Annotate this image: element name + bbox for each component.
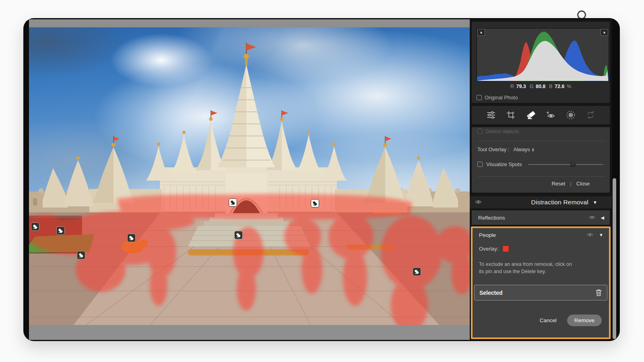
removal-pin[interactable] bbox=[31, 222, 39, 231]
people-label: People bbox=[479, 232, 496, 238]
highlight-clipping-indicator[interactable]: ▲ bbox=[601, 29, 608, 36]
selected-item-row[interactable]: Selected bbox=[474, 285, 607, 300]
removal-pin[interactable] bbox=[56, 226, 65, 235]
tool-strip bbox=[471, 105, 610, 125]
removal-overlay-regions[interactable] bbox=[29, 27, 470, 325]
eye-visibility-icon[interactable] bbox=[589, 215, 595, 221]
tool-overlay-label: Tool Overlay : bbox=[477, 146, 509, 152]
canvas-top-margin bbox=[29, 19, 470, 27]
divider bbox=[477, 141, 605, 141]
close-button[interactable]: Close bbox=[576, 181, 590, 187]
slider-track bbox=[528, 164, 603, 165]
red-eye-icon[interactable] bbox=[545, 109, 556, 121]
selected-label: Selected bbox=[479, 290, 503, 296]
removal-pin[interactable] bbox=[234, 231, 243, 239]
detect-objects-label: Detect objects bbox=[486, 128, 519, 134]
edit-sliders-icon[interactable] bbox=[485, 109, 497, 121]
reflections-section[interactable]: Reflections ◀ bbox=[471, 210, 610, 225]
histogram-curves bbox=[477, 29, 609, 81]
detect-objects-row[interactable]: Detect objects bbox=[477, 128, 519, 134]
masking-icon[interactable] bbox=[565, 109, 576, 121]
photo-canvas[interactable] bbox=[29, 27, 470, 325]
removal-pin-selected[interactable] bbox=[311, 199, 319, 208]
removal-pin[interactable] bbox=[413, 267, 421, 276]
reflections-label: Reflections bbox=[478, 215, 505, 221]
chevron-down-icon[interactable]: ▼ bbox=[593, 200, 597, 205]
histogram-graph[interactable]: ▲ ▲ bbox=[477, 28, 609, 82]
chevron-down-icon[interactable]: ▼ bbox=[599, 232, 603, 237]
updown-arrows-icon: ▲▼ bbox=[532, 148, 535, 152]
rgb-readout: R 79.3 G 80.8 B 72.6 % bbox=[472, 84, 610, 89]
eye-visibility-icon[interactable] bbox=[587, 232, 593, 238]
sync-icon[interactable] bbox=[585, 109, 596, 121]
removal-pin[interactable] bbox=[77, 251, 85, 259]
crop-icon[interactable] bbox=[505, 109, 516, 121]
removal-pin-selected[interactable] bbox=[229, 198, 237, 207]
divider bbox=[477, 176, 605, 177]
heal-eraser-icon-active[interactable] bbox=[525, 109, 537, 121]
shadow-clipping-indicator[interactable]: ▲ bbox=[477, 29, 485, 36]
panel-title: Distraction Removal bbox=[531, 199, 588, 206]
develop-right-panel: ▲ ▲ R 79.3 G 80.8 B 72.6 % Original Phot… bbox=[470, 19, 612, 340]
overlay-color-swatch[interactable] bbox=[502, 245, 509, 252]
removal-pin[interactable] bbox=[127, 234, 136, 242]
visualize-spots-slider[interactable] bbox=[528, 162, 605, 167]
eye-visibility-icon[interactable] bbox=[475, 199, 482, 206]
original-photo-label: Original Photo bbox=[485, 95, 518, 101]
screenshot-root: ▲ ▲ R 79.3 G 80.8 B 72.6 % Original Phot… bbox=[0, 0, 644, 362]
lightroom-window: ▲ ▲ R 79.3 G 80.8 B 72.6 % Original Phot… bbox=[23, 18, 620, 341]
visualize-spots-checkbox[interactable] bbox=[477, 162, 483, 167]
distraction-removal-header[interactable]: Distraction Removal ▼ bbox=[470, 196, 612, 208]
people-section-highlighted: People ▼ Overlay: To exclu bbox=[471, 226, 611, 339]
slider-thumb[interactable] bbox=[570, 162, 576, 167]
overlay-label: Overlay: bbox=[479, 246, 498, 252]
panel-scrollbar-thumb[interactable] bbox=[613, 178, 616, 339]
cropped-icon-artifact bbox=[577, 10, 587, 19]
trash-icon[interactable] bbox=[595, 289, 602, 298]
visualize-spots-label: Visualize Spots bbox=[486, 161, 522, 167]
heal-options-panel: Detect objects Tool Overlay : Always ▲▼ … bbox=[471, 127, 610, 193]
histogram-panel: ▲ ▲ R 79.3 G 80.8 B 72.6 % Original Phot… bbox=[471, 21, 610, 103]
separator: | bbox=[570, 181, 571, 187]
detect-objects-checkbox[interactable] bbox=[477, 129, 483, 134]
remove-button[interactable]: Remove bbox=[567, 315, 602, 326]
reset-button[interactable]: Reset bbox=[551, 181, 565, 187]
instruction-text: To exclude an area from removal, click o… bbox=[479, 261, 592, 275]
people-header[interactable]: People ▼ bbox=[473, 228, 609, 242]
tool-overlay-dropdown[interactable]: Always ▲▼ bbox=[513, 146, 534, 152]
original-photo-checkbox[interactable] bbox=[477, 95, 482, 100]
cancel-button[interactable]: Cancel bbox=[540, 317, 557, 323]
canvas-bottom-margin bbox=[29, 325, 470, 340]
chevron-left-icon[interactable]: ◀ bbox=[601, 215, 604, 220]
